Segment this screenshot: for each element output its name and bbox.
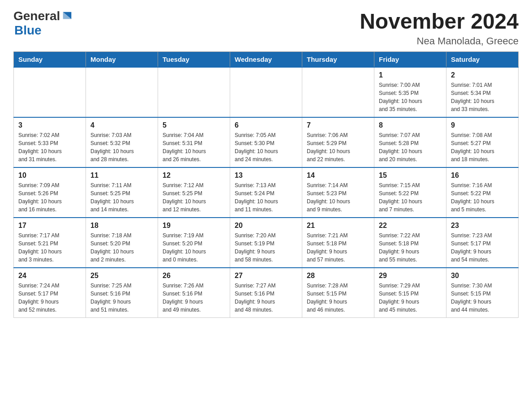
calendar-cell: 30Sunrise: 7:30 AM Sunset: 5:15 PM Dayli… — [446, 268, 519, 318]
logo-general: General — [13, 9, 60, 23]
day-info: Sunrise: 7:28 AM Sunset: 5:15 PM Dayligh… — [307, 282, 369, 314]
calendar-cell: 23Sunrise: 7:23 AM Sunset: 5:17 PM Dayli… — [446, 218, 519, 268]
day-number: 24 — [18, 272, 81, 280]
week-row-3: 10Sunrise: 7:09 AM Sunset: 5:26 PM Dayli… — [14, 167, 519, 218]
day-number: 7 — [307, 121, 369, 129]
calendar-cell: 20Sunrise: 7:20 AM Sunset: 5:19 PM Dayli… — [230, 218, 302, 268]
logo-blue-text: Blue — [13, 23, 42, 38]
calendar-cell: 10Sunrise: 7:09 AM Sunset: 5:26 PM Dayli… — [14, 167, 86, 218]
day-number: 19 — [163, 222, 225, 230]
month-title: November 2024 — [360, 9, 519, 34]
calendar-cell: 25Sunrise: 7:25 AM Sunset: 5:16 PM Dayli… — [86, 268, 158, 318]
day-header-monday: Monday — [86, 52, 158, 68]
day-info: Sunrise: 7:03 AM Sunset: 5:32 PM Dayligh… — [90, 131, 153, 163]
logo-icon — [61, 10, 73, 22]
week-row-4: 17Sunrise: 7:17 AM Sunset: 5:21 PM Dayli… — [14, 218, 519, 268]
logo-line1: General — [13, 9, 73, 23]
day-header-saturday: Saturday — [446, 52, 519, 68]
day-info: Sunrise: 7:00 AM Sunset: 5:35 PM Dayligh… — [379, 81, 442, 113]
day-header-thursday: Thursday — [302, 52, 374, 68]
calendar-cell: 27Sunrise: 7:27 AM Sunset: 5:16 PM Dayli… — [230, 268, 302, 318]
day-number: 1 — [379, 71, 442, 79]
day-number: 3 — [18, 121, 81, 129]
calendar-cell — [158, 67, 230, 117]
calendar-cell: 3Sunrise: 7:02 AM Sunset: 5:33 PM Daylig… — [14, 117, 86, 167]
day-number: 2 — [451, 71, 514, 79]
week-row-1: 1Sunrise: 7:00 AM Sunset: 5:35 PM Daylig… — [14, 67, 519, 117]
calendar-cell — [302, 67, 374, 117]
day-info: Sunrise: 7:13 AM Sunset: 5:24 PM Dayligh… — [235, 181, 297, 214]
day-info: Sunrise: 7:29 AM Sunset: 5:15 PM Dayligh… — [379, 282, 442, 314]
day-number: 28 — [307, 272, 369, 280]
day-number: 4 — [90, 121, 153, 129]
day-info: Sunrise: 7:14 AM Sunset: 5:23 PM Dayligh… — [307, 181, 369, 214]
day-header-friday: Friday — [374, 52, 446, 68]
calendar-cell: 14Sunrise: 7:14 AM Sunset: 5:23 PM Dayli… — [302, 167, 374, 218]
day-info: Sunrise: 7:05 AM Sunset: 5:30 PM Dayligh… — [235, 131, 297, 163]
calendar-cell: 21Sunrise: 7:21 AM Sunset: 5:18 PM Dayli… — [302, 218, 374, 268]
day-info: Sunrise: 7:12 AM Sunset: 5:25 PM Dayligh… — [163, 181, 225, 214]
day-info: Sunrise: 7:21 AM Sunset: 5:18 PM Dayligh… — [307, 231, 369, 264]
calendar-cell: 9Sunrise: 7:08 AM Sunset: 5:27 PM Daylig… — [446, 117, 519, 167]
day-number: 10 — [18, 171, 81, 180]
day-number: 22 — [379, 222, 442, 230]
day-info: Sunrise: 7:30 AM Sunset: 5:15 PM Dayligh… — [451, 282, 514, 314]
day-number: 9 — [451, 121, 514, 129]
day-number: 25 — [90, 272, 153, 280]
day-number: 26 — [163, 272, 225, 280]
day-number: 6 — [235, 121, 297, 129]
day-number: 27 — [235, 272, 297, 280]
day-header-tuesday: Tuesday — [158, 52, 230, 68]
day-number: 23 — [451, 222, 514, 230]
day-info: Sunrise: 7:27 AM Sunset: 5:16 PM Dayligh… — [235, 282, 297, 314]
calendar-cell: 19Sunrise: 7:19 AM Sunset: 5:20 PM Dayli… — [158, 218, 230, 268]
day-info: Sunrise: 7:06 AM Sunset: 5:29 PM Dayligh… — [307, 131, 369, 163]
day-info: Sunrise: 7:07 AM Sunset: 5:28 PM Dayligh… — [379, 131, 442, 163]
day-number: 15 — [379, 171, 442, 180]
calendar-cell: 6Sunrise: 7:05 AM Sunset: 5:30 PM Daylig… — [230, 117, 302, 167]
day-info: Sunrise: 7:11 AM Sunset: 5:25 PM Dayligh… — [90, 181, 153, 214]
day-info: Sunrise: 7:04 AM Sunset: 5:31 PM Dayligh… — [163, 131, 225, 163]
day-number: 17 — [18, 222, 81, 230]
calendar-cell — [14, 67, 86, 117]
day-info: Sunrise: 7:17 AM Sunset: 5:21 PM Dayligh… — [18, 231, 81, 264]
day-number: 13 — [235, 171, 297, 180]
calendar-cell: 13Sunrise: 7:13 AM Sunset: 5:24 PM Dayli… — [230, 167, 302, 218]
calendar-cell: 2Sunrise: 7:01 AM Sunset: 5:34 PM Daylig… — [446, 67, 519, 117]
day-number: 14 — [307, 171, 369, 180]
day-info: Sunrise: 7:24 AM Sunset: 5:17 PM Dayligh… — [18, 282, 81, 314]
week-row-5: 24Sunrise: 7:24 AM Sunset: 5:17 PM Dayli… — [14, 268, 519, 318]
page-header: General Blue November 2024 Nea Manolada,… — [13, 9, 519, 47]
calendar-cell: 5Sunrise: 7:04 AM Sunset: 5:31 PM Daylig… — [158, 117, 230, 167]
calendar-cell: 17Sunrise: 7:17 AM Sunset: 5:21 PM Dayli… — [14, 218, 86, 268]
day-number: 12 — [163, 171, 225, 180]
week-row-2: 3Sunrise: 7:02 AM Sunset: 5:33 PM Daylig… — [14, 117, 519, 167]
logo: General Blue — [13, 9, 73, 38]
day-info: Sunrise: 7:20 AM Sunset: 5:19 PM Dayligh… — [235, 231, 297, 264]
day-number: 8 — [379, 121, 442, 129]
day-info: Sunrise: 7:09 AM Sunset: 5:26 PM Dayligh… — [18, 181, 81, 214]
day-info: Sunrise: 7:26 AM Sunset: 5:16 PM Dayligh… — [163, 282, 225, 314]
calendar-cell: 1Sunrise: 7:00 AM Sunset: 5:35 PM Daylig… — [374, 67, 446, 117]
calendar-cell: 29Sunrise: 7:29 AM Sunset: 5:15 PM Dayli… — [374, 268, 446, 318]
calendar-cell: 16Sunrise: 7:16 AM Sunset: 5:22 PM Dayli… — [446, 167, 519, 218]
day-info: Sunrise: 7:01 AM Sunset: 5:34 PM Dayligh… — [451, 81, 514, 113]
calendar-cell: 28Sunrise: 7:28 AM Sunset: 5:15 PM Dayli… — [302, 268, 374, 318]
calendar-cell — [86, 67, 158, 117]
day-number: 5 — [163, 121, 225, 129]
location-subtitle: Nea Manolada, Greece — [360, 35, 519, 47]
calendar-cell: 7Sunrise: 7:06 AM Sunset: 5:29 PM Daylig… — [302, 117, 374, 167]
calendar-cell: 4Sunrise: 7:03 AM Sunset: 5:32 PM Daylig… — [86, 117, 158, 167]
day-number: 18 — [90, 222, 153, 230]
day-info: Sunrise: 7:16 AM Sunset: 5:22 PM Dayligh… — [451, 181, 514, 214]
calendar-cell: 12Sunrise: 7:12 AM Sunset: 5:25 PM Dayli… — [158, 167, 230, 218]
calendar-cell: 8Sunrise: 7:07 AM Sunset: 5:28 PM Daylig… — [374, 117, 446, 167]
day-info: Sunrise: 7:25 AM Sunset: 5:16 PM Dayligh… — [90, 282, 153, 314]
day-number: 21 — [307, 222, 369, 230]
day-info: Sunrise: 7:02 AM Sunset: 5:33 PM Dayligh… — [18, 131, 81, 163]
day-header-wednesday: Wednesday — [230, 52, 302, 68]
day-info: Sunrise: 7:19 AM Sunset: 5:20 PM Dayligh… — [163, 231, 225, 264]
day-number: 30 — [451, 272, 514, 280]
day-info: Sunrise: 7:15 AM Sunset: 5:22 PM Dayligh… — [379, 181, 442, 214]
day-info: Sunrise: 7:08 AM Sunset: 5:27 PM Dayligh… — [451, 131, 514, 163]
